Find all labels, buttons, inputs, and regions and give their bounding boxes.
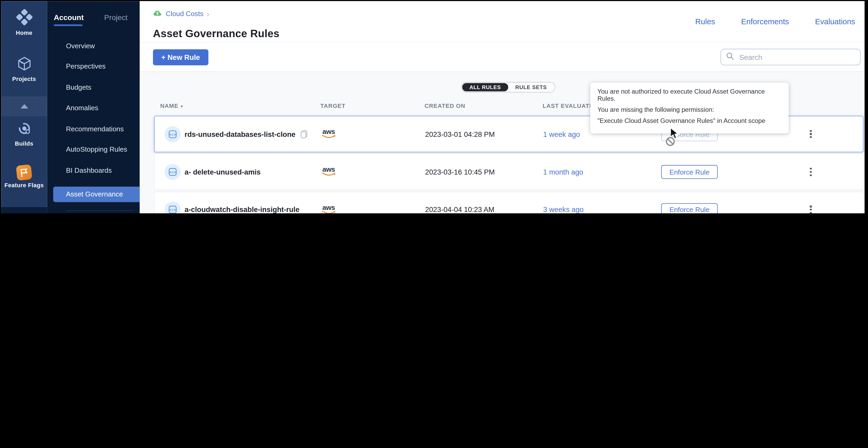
last-evaluation-link[interactable]: 3 weeks ago — [543, 192, 584, 213]
harness-app-window: Home Projects Builds Feature Flags $ Clo… — [1, 1, 865, 213]
home-icon — [16, 18, 32, 27]
rule-icon: </> — [165, 154, 181, 189]
enforce-rule-button[interactable]: Enforce Rule — [661, 165, 718, 179]
created-on-value: 2023-04-04 10:23 AM — [425, 192, 495, 213]
table-row[interactable]: </>a-cloudwatch-disable-insight-ruleaws2… — [154, 192, 864, 213]
svg-text:</>: </> — [169, 132, 176, 136]
svg-text:</>: </> — [169, 208, 176, 212]
toggle-rule-sets[interactable]: RULE SETS — [508, 83, 554, 91]
tab-rules[interactable]: Rules — [695, 17, 715, 26]
sidebar-item-builds[interactable]: Builds — [1, 121, 47, 147]
permission-tooltip: You are not authorized to execute Cloud … — [590, 82, 789, 133]
rule-name[interactable]: a-cloudwatch-disable-insight-rule — [184, 206, 299, 213]
sort-caret-icon: ▾ — [181, 104, 183, 109]
page-title: Asset Governance Rules — [153, 27, 279, 40]
rule-name[interactable]: a- delete-unused-amis — [184, 168, 260, 176]
rule-icon: </> — [165, 192, 181, 213]
nav-item-recommendations[interactable]: Recommendations — [66, 125, 124, 133]
column-header-created-on: CREATED ON — [425, 102, 466, 109]
last-evaluation-link[interactable]: 1 week ago — [543, 116, 580, 151]
table-row[interactable]: </>a- delete-unused-amisaws2023-03-16 10… — [154, 154, 864, 191]
column-header-name[interactable]: NAME▾ — [160, 102, 183, 109]
rules-list-section: ALL RULES RULE SETS NAME▾ TARGET CREATED… — [140, 72, 865, 213]
target-aws-logo: aws — [319, 192, 339, 213]
rules-view-toggle: ALL RULES RULE SETS — [461, 82, 555, 93]
rule-name[interactable]: rds-unused-databases-list-clone — [184, 130, 295, 138]
sidebar-item-feature-flags[interactable]: Feature Flags — [1, 165, 47, 188]
module-sidebar: Home Projects Builds Feature Flags $ Clo… — [1, 1, 47, 213]
target-aws-logo: aws — [319, 116, 339, 151]
header-tabs: Rules Enforcements Evaluations — [695, 17, 855, 26]
search-input[interactable] — [738, 52, 855, 62]
column-header-target: TARGET — [320, 102, 345, 109]
nav-item-asset-governance[interactable]: Asset Governance — [53, 187, 140, 202]
tooltip-line: "Execute Cloud Asset Governance Rules" i… — [597, 117, 781, 125]
screenshot-stage: Home Projects Builds Feature Flags $ Clo… — [0, 0, 868, 213]
created-on-value: 2023-03-01 04:28 PM — [425, 116, 495, 151]
nav-item-perspectives[interactable]: Perspectives — [66, 63, 105, 70]
sidebar-label-projects: Projects — [1, 75, 47, 82]
aws-wordmark: aws — [322, 167, 335, 172]
svg-text:</>: </> — [169, 170, 176, 174]
sidebar-label-feature-flags: Feature Flags — [1, 182, 47, 188]
scroll-up-icon — [20, 104, 28, 109]
sidebar-label-home: Home — [1, 29, 47, 36]
main-content: $ Cloud Costs › Asset Governance Rules R… — [140, 1, 865, 213]
nav-item-bi-dashboards[interactable]: BI Dashboards — [66, 167, 112, 174]
cloud-costs-nav-panel: Account Project Overview Perspectives Bu… — [47, 1, 140, 213]
nav-item-autostopping-rules[interactable]: AutoStopping Rules — [66, 145, 127, 153]
enforce-rule-button[interactable]: Enforce Rule — [661, 203, 718, 213]
aws-wordmark: aws — [322, 205, 335, 210]
created-on-value: 2023-03-16 10:45 PM — [425, 154, 495, 189]
breadcrumb: $ Cloud Costs › — [153, 9, 209, 19]
row-menu-button[interactable] — [805, 154, 817, 189]
page-header: $ Cloud Costs › Asset Governance Rules R… — [140, 1, 865, 43]
cloud-costs-breadcrumb-icon: $ — [153, 9, 162, 19]
row-menu-button[interactable] — [805, 116, 817, 151]
feature-flags-icon — [16, 164, 32, 181]
toggle-all-rules[interactable]: ALL RULES — [462, 83, 508, 91]
sidebar-item-cloud-costs[interactable]: $ Cloud Costs — [1, 207, 47, 213]
aws-wordmark: aws — [322, 129, 335, 135]
sidebar-label-builds: Builds — [1, 140, 47, 147]
rule-icon: </> — [165, 116, 181, 151]
tab-project[interactable]: Project — [104, 13, 127, 21]
tooltip-line: You are not authorized to execute Cloud … — [597, 88, 781, 103]
sidebar-item-home[interactable]: Home — [1, 9, 47, 36]
copy-icon[interactable] — [300, 130, 307, 138]
breadcrumb-cloud-costs-link[interactable]: Cloud Costs — [166, 10, 204, 18]
tooltip-line: You are missing the following permission… — [597, 106, 781, 113]
tab-enforcements[interactable]: Enforcements — [741, 17, 789, 26]
breadcrumb-separator: › — [207, 10, 209, 18]
nav-item-overview[interactable]: Overview — [66, 42, 95, 50]
sidebar-scroll-up[interactable] — [1, 96, 47, 116]
target-aws-logo: aws — [319, 154, 339, 189]
nav-item-anomalies[interactable]: Anomalies — [66, 104, 98, 112]
nav-divider — [66, 210, 133, 211]
tab-evaluations[interactable]: Evaluations — [815, 17, 855, 26]
search-box[interactable] — [720, 49, 861, 65]
nav-item-budgets[interactable]: Budgets — [66, 83, 91, 91]
last-evaluation-link[interactable]: 1 month ago — [543, 154, 583, 189]
active-tab-underline — [54, 24, 83, 26]
search-icon — [726, 52, 735, 62]
projects-icon — [17, 64, 32, 73]
tab-account[interactable]: Account — [54, 13, 84, 21]
sidebar-item-projects[interactable]: Projects — [1, 56, 47, 82]
row-menu-button[interactable] — [805, 192, 817, 213]
svg-text:$: $ — [156, 11, 159, 15]
new-rule-button[interactable]: + New Rule — [153, 49, 208, 65]
toolbar: + New Rule — [140, 43, 865, 72]
nav-label-asset-governance: Asset Governance — [66, 191, 123, 198]
builds-icon — [17, 129, 32, 138]
